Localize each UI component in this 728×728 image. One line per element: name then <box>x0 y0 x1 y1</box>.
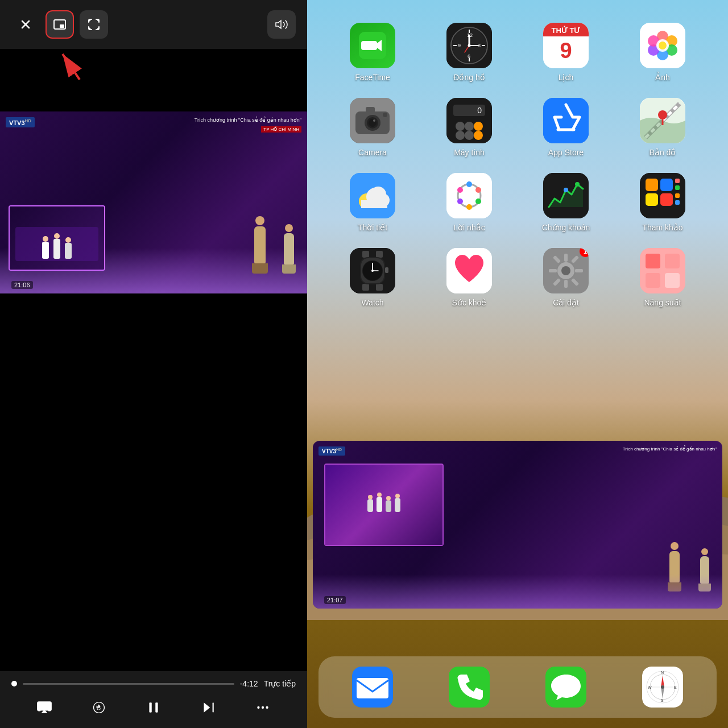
photos-label: Ảnh <box>655 73 670 82</box>
svg-rect-87 <box>646 193 658 206</box>
svg-point-54 <box>465 122 474 131</box>
app-calculator[interactable]: 0 Máy tính <box>435 98 503 157</box>
reference-icon <box>640 173 685 218</box>
calendar-icon: THỨ TƯ 9 <box>543 23 589 68</box>
video-frame: VTV3HD Trích chương trình "Chia sẻ để gầ… <box>0 111 307 293</box>
app-watch[interactable]: Watch <box>338 248 407 307</box>
settings-icon: 1 <box>543 248 589 293</box>
svg-point-55 <box>474 122 483 131</box>
reminders-icon <box>446 173 492 218</box>
svg-point-9 <box>257 706 259 709</box>
volume-button[interactable] <box>267 10 296 39</box>
app-stocks[interactable]: Chứng khoán <box>532 173 600 232</box>
reminders-label: Lời nhắc <box>453 223 485 232</box>
airplay-button[interactable] <box>32 695 57 720</box>
more-options-button[interactable] <box>250 695 275 720</box>
svg-point-77 <box>457 198 463 204</box>
maps-icon <box>640 98 685 143</box>
app-row-2: Camera <box>324 98 711 157</box>
pip-inner-screen <box>324 464 444 546</box>
svg-rect-49 <box>366 107 375 113</box>
close-button[interactable] <box>11 10 40 39</box>
home-video-pip: VTV3HD Trích chương trình "Chia sẻ để gầ… <box>313 441 722 609</box>
watch-icon <box>350 248 395 293</box>
svg-point-63 <box>658 110 667 119</box>
calculator-label: Máy tính <box>454 148 485 157</box>
svg-line-3 <box>63 54 80 80</box>
svg-point-47 <box>369 119 377 127</box>
app-row-4: Watch Sức khoẻ <box>324 248 711 307</box>
camera-label: Camera <box>358 148 387 157</box>
svg-rect-118 <box>646 254 660 268</box>
svg-point-73 <box>466 181 472 187</box>
app-photos[interactable]: Ảnh <box>628 23 697 82</box>
playback-controls-bar: -4:12 Trực tiếp 15 <box>0 671 307 728</box>
app-reference[interactable]: Tham khảo <box>628 173 697 232</box>
dock-safari[interactable]: N S W E <box>642 667 683 708</box>
svg-point-50 <box>383 113 387 117</box>
app-calendar[interactable]: THỨ TƯ 9 Lịch <box>532 23 600 82</box>
dock-messages[interactable] <box>545 667 586 708</box>
rewind15-button[interactable]: 15 <box>86 695 111 720</box>
svg-text:THỨ TƯ: THỨ TƯ <box>552 26 581 35</box>
app-reminders[interactable]: Lời nhắc <box>435 173 503 232</box>
app-clock[interactable]: 12 3 6 9 Đồng hồ <box>435 23 503 82</box>
svg-point-53 <box>456 122 465 131</box>
svg-text:S: S <box>661 698 664 702</box>
weather-icon <box>350 173 395 218</box>
svg-rect-88 <box>660 193 673 206</box>
dock-phone[interactable] <box>449 667 490 708</box>
svg-rect-123 <box>357 678 388 698</box>
app-row-1: FaceTime <box>324 23 711 82</box>
app-grid: FaceTime <box>307 11 728 334</box>
facetime-icon <box>350 23 395 68</box>
svg-point-68 <box>370 187 386 202</box>
fullscreen-button[interactable] <box>80 10 108 39</box>
pip-timestamp: 21:07 <box>324 596 346 604</box>
video-timestamp: 21:06 <box>11 281 33 289</box>
appstore-label: App Store <box>548 148 584 157</box>
svg-point-76 <box>466 204 472 210</box>
progress-track[interactable] <box>23 683 234 685</box>
calculator-icon: 0 <box>446 98 492 143</box>
appstore-icon <box>543 98 589 143</box>
svg-rect-70 <box>361 208 387 210</box>
svg-rect-83 <box>646 179 658 191</box>
svg-point-48 <box>373 119 375 122</box>
app-maps[interactable]: Bản đồ <box>628 98 697 157</box>
pip-vtv3-badge: VTV3HD <box>318 446 345 456</box>
svg-rect-7 <box>155 702 158 712</box>
clock-icon: 12 3 6 9 <box>446 23 492 68</box>
svg-point-10 <box>262 706 264 709</box>
app-facetime[interactable]: FaceTime <box>338 23 407 82</box>
play-pause-button[interactable] <box>141 695 166 720</box>
reference-label: Tham khảo <box>642 223 682 232</box>
app-camera[interactable]: Camera <box>338 98 407 157</box>
svg-text:9: 9 <box>458 43 461 48</box>
svg-text:9: 9 <box>560 39 572 63</box>
time-elapsed: -4:12 <box>240 679 258 688</box>
pip-button[interactable] <box>46 10 74 39</box>
svg-rect-94 <box>362 284 369 291</box>
app-appstore[interactable]: App Store <box>532 98 600 157</box>
svg-rect-93 <box>376 251 383 258</box>
skip-forward-button[interactable] <box>196 695 221 720</box>
svg-rect-84 <box>660 179 673 191</box>
svg-rect-90 <box>675 200 680 205</box>
svg-text:E: E <box>674 685 677 689</box>
ios-background: FaceTime <box>307 0 728 728</box>
svg-rect-111 <box>549 269 557 272</box>
dock-mail[interactable] <box>352 667 393 708</box>
progress-row: -4:12 Trực tiếp <box>11 679 296 688</box>
pip-performers <box>668 542 711 592</box>
weather-label: Thời tiết <box>358 223 387 232</box>
app-health[interactable]: Sức khoẻ <box>435 248 503 307</box>
camera-icon <box>350 98 395 143</box>
svg-rect-92 <box>362 251 369 258</box>
calendar-label: Lịch <box>559 73 574 82</box>
video-title: Trích chương trình "Chia sẻ để gần nhau … <box>195 117 301 123</box>
app-weather[interactable]: Thời tiết <box>338 173 407 232</box>
app-settings[interactable]: 1 Cài đặt <box>532 248 600 307</box>
svg-rect-8 <box>213 702 214 712</box>
app-productivity[interactable]: Năng suất <box>628 248 697 307</box>
